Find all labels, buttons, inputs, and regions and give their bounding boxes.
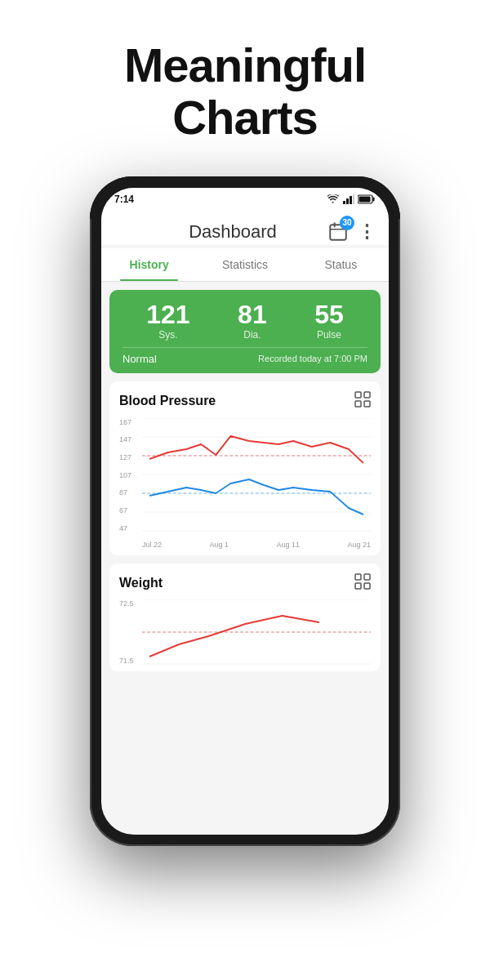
- blood-pressure-chart-area: 167 147 127 107 87 67 47: [119, 418, 371, 549]
- systolic-stat: 121 Sys.: [146, 301, 189, 341]
- pulse-stat: 55 Pulse: [314, 301, 344, 341]
- weight-svg-container: [142, 599, 371, 665]
- svg-rect-2: [350, 196, 352, 204]
- signal-icon: [343, 194, 354, 204]
- svg-rect-1: [346, 198, 349, 204]
- svg-rect-25: [364, 574, 370, 580]
- diastolic-label: Dia.: [238, 329, 267, 341]
- svg-rect-12: [364, 392, 370, 398]
- more-menu-button[interactable]: ⋮: [358, 221, 376, 243]
- status-icons: [327, 194, 376, 204]
- health-status: Normal: [122, 353, 157, 365]
- chart-title: Blood Pressure: [119, 394, 216, 408]
- tab-status[interactable]: Status: [293, 248, 389, 281]
- vitals-row: 121 Sys. 81 Dia. 55 Pulse: [122, 301, 368, 341]
- weight-chart-header: Weight: [119, 573, 371, 593]
- notification-badge: 30: [340, 216, 354, 230]
- status-bar: 7:14: [101, 188, 389, 211]
- y-axis-labels: 167 147 127 107 87 67 47: [119, 418, 142, 532]
- status-time: 7:14: [114, 194, 134, 205]
- recorded-time: Recorded today at 7:00 PM: [258, 354, 368, 363]
- systolic-label: Sys.: [146, 329, 189, 341]
- hero-title: Meaningful Charts: [0, 39, 490, 144]
- weight-svg: [142, 599, 371, 665]
- chart-svg-container: [142, 418, 371, 532]
- phone-screen: 7:14: [101, 188, 389, 835]
- svg-rect-0: [343, 201, 345, 204]
- diastolic-value: 81: [238, 301, 267, 327]
- svg-rect-14: [364, 401, 370, 407]
- weight-expand-icon: [354, 573, 371, 590]
- svg-rect-26: [355, 583, 361, 589]
- diastolic-stat: 81 Dia.: [238, 301, 267, 341]
- weight-y-labels: 72.5 71.5: [119, 599, 142, 665]
- app-header: Dashboard 30 ⋮: [101, 211, 389, 245]
- chart-header: Blood Pressure: [119, 391, 371, 412]
- vitals-footer: Normal Recorded today at 7:00 PM: [122, 347, 368, 365]
- vitals-card: 121 Sys. 81 Dia. 55 Pulse Norma: [109, 290, 381, 373]
- content-area: 121 Sys. 81 Dia. 55 Pulse Norma: [101, 282, 389, 679]
- header-icons: 30 ⋮: [325, 219, 376, 245]
- weight-chart-area: 72.5 71.5: [119, 599, 371, 665]
- weight-card: Weight 72.5: [109, 564, 381, 671]
- blood-pressure-svg: [142, 418, 371, 532]
- svg-rect-3: [353, 194, 354, 204]
- svg-rect-13: [355, 401, 361, 407]
- expand-icon: [354, 391, 371, 408]
- header-title: Dashboard: [189, 221, 277, 243]
- tab-history[interactable]: History: [101, 248, 197, 281]
- svg-rect-27: [364, 583, 370, 589]
- tab-bar: History Statistics Status: [101, 248, 389, 282]
- expand-button[interactable]: [354, 391, 371, 412]
- svg-rect-11: [355, 392, 361, 398]
- svg-rect-5: [373, 197, 375, 201]
- svg-rect-24: [355, 574, 361, 580]
- phone-frame: 7:14: [90, 176, 400, 846]
- x-axis-labels: Jul 22 Aug 1 Aug 11 Aug 21: [142, 541, 371, 549]
- pulse-label: Pulse: [314, 329, 344, 341]
- wifi-icon: [327, 194, 340, 204]
- phone-mockup: 7:14: [0, 176, 490, 846]
- systolic-value: 121: [146, 301, 189, 327]
- tab-statistics[interactable]: Statistics: [197, 248, 292, 281]
- weight-expand-button[interactable]: [354, 573, 371, 593]
- svg-rect-6: [359, 196, 371, 202]
- weight-title: Weight: [119, 576, 163, 590]
- battery-icon: [358, 194, 376, 204]
- hero-section: Meaningful Charts: [0, 0, 490, 176]
- pulse-value: 55: [314, 301, 344, 327]
- blood-pressure-card: Blood Pressure 167: [109, 381, 381, 555]
- calendar-button[interactable]: 30: [325, 219, 351, 245]
